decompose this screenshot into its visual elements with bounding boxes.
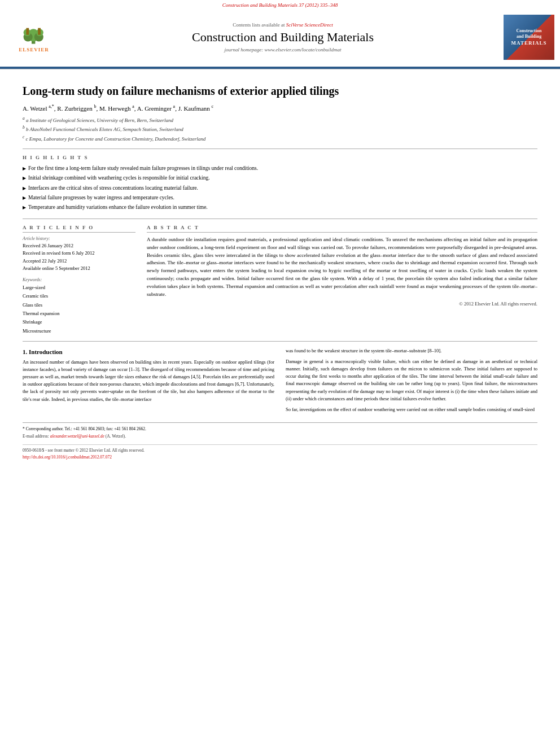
email-address: alexander.wetzel@uni-kassel.de — [50, 434, 104, 439]
highlights-list: ▶ For the first time a long-term failure… — [23, 164, 537, 212]
logo-box-line3: MATERIALS — [511, 40, 547, 47]
highlight-arrow-2: ▶ — [23, 175, 26, 181]
elsevier-logo: ELSEVIER — [6, 18, 62, 57]
issn-line: 0950-0618/$ - see front matter © 2012 El… — [23, 447, 537, 454]
highlight-arrow-4: ▶ — [23, 195, 26, 201]
svg-rect-7 — [38, 28, 41, 34]
affiliation-a: a a Institute of Geological Sciences, Un… — [23, 115, 537, 125]
page: Construction and Building Materials 37 (… — [0, 0, 560, 469]
svg-rect-6 — [26, 28, 29, 34]
article-title: Long-term study on failure mechanisms of… — [23, 84, 537, 98]
highlights-label: H I G H L I G H T S — [23, 155, 537, 160]
affiliations: a a Institute of Geological Sciences, Un… — [23, 115, 537, 143]
footnote-star: * Corresponding author. Tel.: +41 561 80… — [23, 426, 537, 431]
keyword-2: Ceramic tiles — [23, 292, 135, 300]
journal-citation-text: Construction and Building Materials 37 (… — [222, 2, 338, 8]
article-history-label: Article history: — [23, 236, 135, 241]
highlights-section: H I G H L I G H T S ▶ For the first time… — [23, 155, 537, 212]
bottom-footer: 0950-0618/$ - see front matter © 2012 El… — [23, 444, 537, 461]
divider-1 — [23, 148, 537, 149]
doi-line: http://dx.doi.org/10.1016/j.conbuildmat.… — [23, 454, 537, 461]
highlight-item-2: ▶ Initial shrinkage combined with weathe… — [23, 173, 537, 183]
intro-para-2: was found to be the weakest structure in… — [286, 347, 537, 355]
affiliation-c: c c Empa, Laboratory for Concrete and Co… — [23, 134, 537, 143]
article-info-col: A R T I C L E I N F O Article history: R… — [23, 225, 135, 335]
highlight-item-1: ▶ For the first time a long-term failure… — [23, 164, 537, 173]
available-online-date: Available online 5 September 2012 — [23, 265, 135, 273]
email-label: E-mail address: — [23, 434, 50, 439]
journal-homepage: journal homepage: www.elsevier.com/locat… — [73, 47, 492, 53]
article-dates: Received 26 January 2012 Received in rev… — [23, 242, 135, 273]
divider-3 — [23, 341, 537, 342]
article-info-label: A R T I C L E I N F O — [23, 225, 135, 233]
keywords-label: Keywords: — [23, 277, 135, 282]
affiliation-b: b b AkzoNobel Functional Chemicals Elote… — [23, 124, 537, 134]
journal-header: Construction and Building Materials 37 (… — [0, 0, 560, 69]
keyword-3: Glass tiles — [23, 301, 135, 309]
intro-para-1: An increased number of damages have been… — [23, 359, 274, 403]
journal-title-center: Contents lists available at SciVerse Sci… — [62, 22, 504, 53]
doi-link[interactable]: http://dx.doi.org/10.1016/j.conbuildmat.… — [23, 455, 112, 460]
abstract-label: A B S T R A C T — [147, 225, 537, 233]
body-content: 1. Introduction An increased number of d… — [23, 347, 537, 417]
journal-logo-box: Construction and Building MATERIALS — [504, 15, 554, 60]
article-area: Long-term study on failure mechanisms of… — [0, 69, 560, 469]
sciverse-prefix: Contents lists available at — [233, 22, 286, 28]
intro-para-3: Damage in general is a macroscopically v… — [286, 358, 537, 403]
highlight-item-3: ▶ Interfaces are the critical sites of s… — [23, 184, 537, 193]
received-date: Received 26 January 2012 — [23, 242, 135, 250]
logo-box-line1: Construction — [511, 28, 547, 34]
copyright-line: © 2012 Elsevier Ltd. All rights reserved… — [147, 301, 537, 307]
elsevier-tree-icon — [17, 23, 51, 45]
body-left-col: 1. Introduction An increased number of d… — [23, 347, 274, 417]
abstract-text: A durable outdoor tile installation requ… — [147, 236, 537, 299]
highlight-arrow-5: ▶ — [23, 204, 26, 211]
intro-title: 1. Introduction — [23, 348, 274, 355]
email-line: E-mail address: alexander.wetzel@uni-kas… — [23, 433, 537, 440]
authors-line: A. Wetzel a,*, R. Zurbriggen b, M. Herwe… — [23, 104, 537, 112]
keyword-4: Thermal expansion — [23, 309, 135, 318]
keyword-5: Shrinkage — [23, 318, 135, 326]
keyword-6: Microstructure — [23, 327, 135, 335]
header-content: ELSEVIER Contents lists available at Sci… — [0, 10, 560, 64]
info-abstract-columns: A R T I C L E I N F O Article history: R… — [23, 225, 537, 335]
keyword-1: Large-sized — [23, 283, 135, 292]
elsevier-text: ELSEVIER — [19, 47, 49, 53]
body-right-col: was found to be the weakest structure in… — [286, 347, 537, 417]
highlight-arrow-1: ▶ — [23, 165, 26, 172]
email-suffix: (A. Wetzel). — [106, 434, 126, 439]
highlight-arrow-3: ▶ — [23, 185, 26, 191]
divider-2 — [23, 219, 537, 219]
footnote-area: * Corresponding author. Tel.: +41 561 80… — [23, 422, 537, 440]
sciverse-line: Contents lists available at SciVerse Sci… — [73, 22, 492, 28]
journal-main-title: Construction and Building Materials — [73, 30, 492, 45]
received-revised-date: Received in revised form 6 July 2012 — [23, 250, 135, 257]
intro-para-4: So far, investigations on the effect of … — [286, 406, 537, 413]
logo-box-line2: and Building — [511, 34, 547, 40]
header-blue-bar — [0, 67, 560, 69]
authors-text: A. Wetzel a,*, R. Zurbriggen b, M. Herwe… — [23, 105, 213, 112]
highlight-item-4: ▶ Material failure progresses by water i… — [23, 193, 537, 203]
highlight-item-5: ▶ Temperature and humidity variations en… — [23, 203, 537, 212]
journal-citation-bar: Construction and Building Materials 37 (… — [0, 0, 560, 10]
keywords-list: Large-sized Ceramic tiles Glass tiles Th… — [23, 283, 135, 335]
abstract-col: A B S T R A C T A durable outdoor tile i… — [147, 225, 537, 335]
accepted-date: Accepted 22 July 2012 — [23, 257, 135, 265]
sciverse-link[interactable]: SciVerse ScienceDirect — [286, 22, 333, 28]
